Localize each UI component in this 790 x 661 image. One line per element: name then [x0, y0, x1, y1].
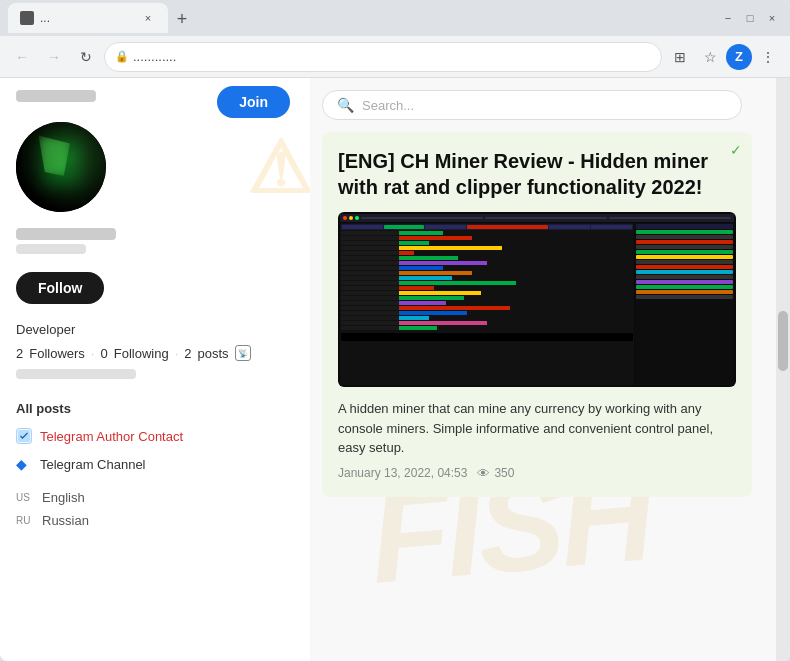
views-count: 350: [494, 466, 514, 480]
post-views: 👁 350: [477, 466, 514, 481]
join-button-area: Join: [217, 86, 290, 118]
tab-favicon: [20, 11, 34, 25]
profile-avatar[interactable]: Z: [726, 44, 752, 70]
following-label[interactable]: Following: [114, 346, 169, 361]
main-content: FISH 🔍 Search... ✓ [ENG] CH Miner Review…: [310, 78, 776, 661]
follow-button-container: Follow: [0, 272, 310, 322]
post-title: [ENG] CH Miner Review - Hidden miner wit…: [338, 148, 736, 200]
sidebar-nav: All posts Telegram Author Contact ◆ Tele…: [0, 391, 310, 482]
post-meta: January 13, 2022, 04:53 👁 350: [338, 466, 736, 481]
lang-english-label: English: [42, 490, 85, 505]
menu-icon[interactable]: ⋮: [754, 43, 782, 71]
all-posts-label: All posts: [16, 401, 71, 416]
terminal-sim: [338, 212, 736, 387]
language-nav: US English RU Russian: [0, 482, 310, 536]
avatar: [16, 122, 106, 212]
watermark-decoration: ⚠: [247, 126, 310, 210]
user-role: Developer: [0, 322, 310, 337]
follow-button[interactable]: Follow: [16, 272, 104, 304]
nav-telegram-contact[interactable]: Telegram Author Contact: [0, 422, 310, 450]
forward-button[interactable]: →: [40, 43, 68, 71]
verified-icon: ✓: [730, 142, 742, 158]
translate-icon[interactable]: ⊞: [666, 43, 694, 71]
maximize-button[interactable]: □: [740, 8, 760, 28]
diamond-icon: ◆: [16, 456, 32, 472]
telegram-box-icon: [16, 428, 32, 444]
user-sub-blur: [16, 244, 86, 254]
lang-english[interactable]: US English: [0, 486, 310, 509]
nav-all-posts[interactable]: All posts: [0, 395, 310, 422]
rss-icon: 📡: [235, 345, 251, 361]
address-text: ............: [133, 49, 176, 64]
scrollbar-thumb[interactable]: [778, 311, 788, 371]
search-bar[interactable]: 🔍 Search...: [322, 90, 742, 120]
telegram-channel-label: Telegram Channel: [40, 457, 146, 472]
browser-tab[interactable]: ... ×: [8, 3, 168, 33]
post-image: [338, 212, 736, 387]
lang-tag-ru: RU: [16, 515, 36, 526]
sidebar: Join ⚠ Follow Developer 2: [0, 78, 310, 661]
telegram-contact-label: Telegram Author Contact: [40, 429, 183, 444]
new-tab-button[interactable]: +: [168, 5, 196, 33]
nav-telegram-channel[interactable]: ◆ Telegram Channel: [0, 450, 310, 478]
close-window-button[interactable]: ×: [762, 8, 782, 28]
user-name-blur: [16, 228, 116, 240]
eye-icon: 👁: [477, 466, 490, 481]
search-placeholder: Search...: [362, 98, 727, 113]
posts-label: posts: [198, 346, 229, 361]
tab-close-button[interactable]: ×: [140, 10, 156, 26]
blurred-line: [16, 369, 136, 379]
bookmark-star-icon[interactable]: ☆: [696, 43, 724, 71]
lock-icon: 🔒: [115, 50, 129, 63]
post-description: A hidden miner that can mine any currenc…: [338, 399, 736, 458]
page-content: Join ⚠ Follow Developer 2: [0, 78, 790, 661]
site-name-blur: [16, 90, 96, 102]
followers-count: 2: [16, 346, 23, 361]
scrollbar[interactable]: [776, 78, 790, 661]
reload-button[interactable]: ↻: [72, 43, 100, 71]
avatar-section: ⚠: [0, 112, 310, 224]
lang-russian-label: Russian: [42, 513, 89, 528]
post-date: January 13, 2022, 04:53: [338, 466, 467, 480]
lang-russian[interactable]: RU Russian: [0, 509, 310, 532]
window-controls: − □ ×: [718, 8, 782, 28]
toolbar-icons: ⊞ ☆ Z ⋮: [666, 43, 782, 71]
tab-title: ...: [40, 11, 134, 25]
user-info: [0, 224, 310, 272]
followers-label[interactable]: Followers: [29, 346, 85, 361]
post-card: ✓ [ENG] CH Miner Review - Hidden miner w…: [322, 132, 752, 497]
stats-row: 2 Followers · 0 Following · 2 posts 📡: [0, 345, 310, 369]
minimize-button[interactable]: −: [718, 8, 738, 28]
following-count: 0: [100, 346, 107, 361]
join-button[interactable]: Join: [217, 86, 290, 118]
back-button[interactable]: ←: [8, 43, 36, 71]
address-input[interactable]: 🔒 ............: [104, 42, 662, 72]
lang-tag-us: US: [16, 492, 36, 503]
search-icon: 🔍: [337, 97, 354, 113]
posts-count: 2: [184, 346, 191, 361]
address-bar-row: ← → ↻ 🔒 ............ ⊞ ☆ Z ⋮: [0, 36, 790, 78]
